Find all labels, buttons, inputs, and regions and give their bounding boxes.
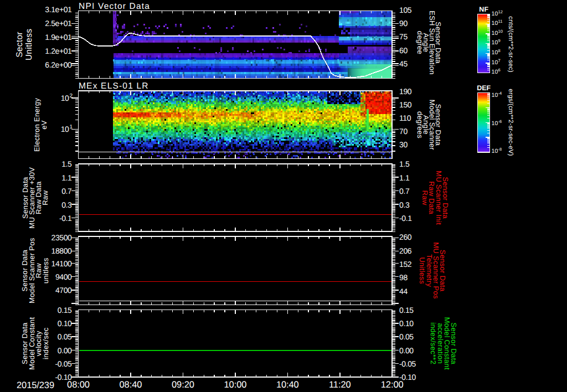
svg-text:1.2e+01: 1.2e+01 <box>45 47 72 55</box>
svg-text:0.10: 0.10 <box>399 319 414 328</box>
svg-text:1: 1 <box>70 124 73 130</box>
svg-text:10: 10 <box>492 148 498 154</box>
svg-text:NF: NF <box>479 6 488 13</box>
svg-text:0.7: 0.7 <box>61 187 72 195</box>
svg-text:10:00: 10:00 <box>224 380 247 390</box>
svg-text:6.2e+00: 6.2e+00 <box>45 60 72 69</box>
svg-text:75: 75 <box>399 32 408 41</box>
svg-text:-0.1: -0.1 <box>59 214 72 223</box>
svg-text:10: 10 <box>492 30 498 37</box>
svg-text:1.5: 1.5 <box>399 159 410 168</box>
svg-text:0.05: 0.05 <box>399 332 414 341</box>
svg-text:index/sec**2: index/sec**2 <box>429 322 437 364</box>
svg-text:cnts/(cm**2-sr-sec): cnts/(cm**2-sr-sec) <box>507 16 514 73</box>
svg-text:10: 10 <box>492 20 498 27</box>
svg-text:-8: -8 <box>498 147 502 152</box>
svg-text:150: 150 <box>399 100 412 109</box>
svg-text:DEF: DEF <box>477 84 491 92</box>
svg-text:0.15: 0.15 <box>58 306 72 314</box>
svg-text:10: 10 <box>61 125 69 133</box>
svg-text:1.5: 1.5 <box>61 159 72 168</box>
svg-text:12:00: 12:00 <box>381 380 404 390</box>
svg-text:9400: 9400 <box>55 272 72 281</box>
svg-text:30: 30 <box>399 140 408 149</box>
svg-text:-0.05: -0.05 <box>55 359 73 368</box>
svg-text:6: 6 <box>498 68 501 73</box>
svg-text:Unitless: Unitless <box>24 29 34 61</box>
svg-text:degrees: degrees <box>416 111 424 138</box>
svg-text:0.7: 0.7 <box>399 187 410 195</box>
svg-text:14100: 14100 <box>51 259 73 268</box>
svg-text:2: 2 <box>70 93 73 99</box>
svg-text:18800: 18800 <box>51 246 73 255</box>
svg-text:10: 10 <box>492 92 498 99</box>
svg-text:0.3: 0.3 <box>61 200 72 209</box>
svg-text:10: 10 <box>492 49 498 56</box>
svg-text:unitless: unitless <box>42 257 50 283</box>
svg-text:08:40: 08:40 <box>120 380 142 390</box>
svg-text:0.00: 0.00 <box>58 346 72 355</box>
svg-text:44: 44 <box>399 287 408 296</box>
svg-text:ergs/(cm**2-sr-sec-eV): ergs/(cm**2-sr-sec-eV) <box>507 89 514 156</box>
svg-text:MEx ELS-01 LR: MEx ELS-01 LR <box>79 81 149 91</box>
svg-text:Raw: Raw <box>41 190 49 205</box>
svg-text:70: 70 <box>399 127 408 136</box>
svg-text:1.1: 1.1 <box>61 173 72 182</box>
svg-text:-0.05: -0.05 <box>399 359 416 368</box>
svg-text:152: 152 <box>399 260 412 269</box>
svg-text:10: 10 <box>492 120 498 127</box>
svg-text:11:20: 11:20 <box>329 380 351 390</box>
svg-text:0.05: 0.05 <box>58 332 72 341</box>
svg-text:Unitless: Unitless <box>418 257 426 284</box>
svg-text:eV: eV <box>40 120 48 130</box>
svg-text:1.9e+01: 1.9e+01 <box>45 33 72 42</box>
svg-text:2.5e+01: 2.5e+01 <box>45 19 72 28</box>
svg-text:0.00: 0.00 <box>399 346 414 355</box>
svg-text:NPI Vector Data: NPI Vector Data <box>79 2 150 11</box>
svg-text:08:00: 08:00 <box>67 380 90 390</box>
svg-text:2015/239: 2015/239 <box>17 380 54 390</box>
svg-text:10: 10 <box>498 29 503 34</box>
svg-text:-6: -6 <box>498 119 502 124</box>
svg-text:-4: -4 <box>498 91 502 96</box>
svg-text:10:40: 10:40 <box>276 380 299 390</box>
svg-text:45: 45 <box>399 59 408 68</box>
svg-text:10: 10 <box>492 69 498 75</box>
svg-text:10: 10 <box>492 59 498 66</box>
svg-text:7: 7 <box>498 58 501 63</box>
svg-text:260: 260 <box>399 233 412 241</box>
svg-text:10: 10 <box>61 94 69 102</box>
svg-text:Raw: Raw <box>421 190 429 205</box>
svg-text:09:20: 09:20 <box>172 380 194 390</box>
svg-text:11: 11 <box>498 19 503 24</box>
svg-text:206: 206 <box>399 246 412 255</box>
svg-text:1.1: 1.1 <box>399 173 410 182</box>
svg-text:-0.1: -0.1 <box>399 214 412 223</box>
svg-text:0.10: 0.10 <box>58 319 72 328</box>
svg-text:12: 12 <box>498 9 503 14</box>
svg-text:23500: 23500 <box>51 233 73 242</box>
svg-text:90: 90 <box>399 19 408 28</box>
svg-text:110: 110 <box>399 114 411 122</box>
svg-text:9: 9 <box>498 38 501 43</box>
svg-text:8: 8 <box>498 48 501 53</box>
svg-text:60: 60 <box>399 46 408 55</box>
svg-text:98: 98 <box>399 273 408 282</box>
svg-text:degree: degree <box>416 31 424 54</box>
svg-text:190: 190 <box>399 87 412 96</box>
svg-text:4700: 4700 <box>55 286 72 295</box>
svg-text:3.1e+01: 3.1e+01 <box>45 5 72 14</box>
svg-text:index/sec: index/sec <box>42 327 50 359</box>
svg-text:10: 10 <box>492 11 498 17</box>
svg-text:0.15: 0.15 <box>399 306 414 314</box>
svg-text:10: 10 <box>492 39 498 46</box>
svg-text:Sector: Sector <box>15 32 24 58</box>
svg-text:105: 105 <box>399 6 412 14</box>
svg-text:0.3: 0.3 <box>399 200 410 209</box>
